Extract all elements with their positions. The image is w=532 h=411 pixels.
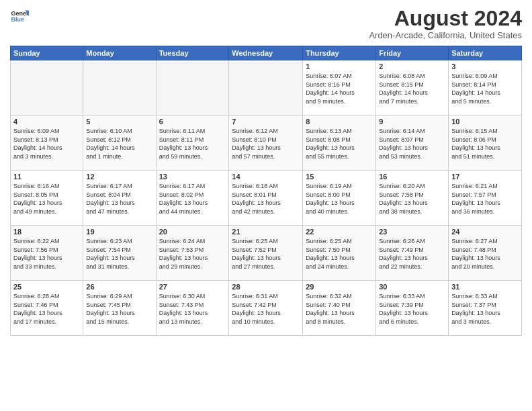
day-number: 11 <box>13 173 80 181</box>
day-cell: 24Sunrise: 6:27 AMSunset: 7:48 PMDayligh… <box>449 226 522 281</box>
header-friday: Friday <box>376 46 449 60</box>
day-info: Sunrise: 6:17 AMSunset: 8:02 PMDaylight:… <box>159 182 226 216</box>
day-number: 26 <box>86 283 152 291</box>
day-number: 23 <box>379 228 445 236</box>
day-info: Sunrise: 6:09 AMSunset: 8:13 PMDaylight:… <box>13 127 80 161</box>
day-info: Sunrise: 6:10 AMSunset: 8:12 PMDaylight:… <box>86 127 152 161</box>
day-cell: 11Sunrise: 6:16 AMSunset: 8:05 PMDayligh… <box>11 171 83 226</box>
day-number: 16 <box>379 173 445 181</box>
week-row-5: 25Sunrise: 6:28 AMSunset: 7:46 PMDayligh… <box>11 281 522 336</box>
day-cell: 14Sunrise: 6:18 AMSunset: 8:01 PMDayligh… <box>229 171 303 226</box>
svg-text:Blue: Blue <box>11 16 24 23</box>
day-info: Sunrise: 6:29 AMSunset: 7:45 PMDaylight:… <box>86 292 152 326</box>
day-number: 2 <box>379 62 445 71</box>
day-cell <box>156 60 229 116</box>
day-number: 15 <box>306 173 373 181</box>
day-cell: 9Sunrise: 6:14 AMSunset: 8:07 PMDaylight… <box>376 116 449 171</box>
day-cell: 30Sunrise: 6:33 AMSunset: 7:39 PMDayligh… <box>376 281 449 336</box>
day-info: Sunrise: 6:32 AMSunset: 7:40 PMDaylight:… <box>306 292 373 326</box>
day-cell: 1Sunrise: 6:07 AMSunset: 8:16 PMDaylight… <box>303 60 376 116</box>
day-number: 13 <box>159 173 226 181</box>
title-section: August 2024 Arden-Arcade, California, Un… <box>369 7 522 40</box>
header-sunday: Sunday <box>11 46 83 60</box>
day-cell: 23Sunrise: 6:26 AMSunset: 7:49 PMDayligh… <box>376 226 449 281</box>
day-number: 6 <box>159 118 226 126</box>
day-number: 8 <box>306 118 373 126</box>
day-cell: 20Sunrise: 6:24 AMSunset: 7:53 PMDayligh… <box>156 226 229 281</box>
day-number: 29 <box>306 283 373 291</box>
header-tuesday: Tuesday <box>156 46 229 60</box>
day-info: Sunrise: 6:07 AMSunset: 8:16 PMDaylight:… <box>306 72 373 105</box>
day-info: Sunrise: 6:30 AMSunset: 7:43 PMDaylight:… <box>159 292 226 326</box>
day-number: 30 <box>379 283 445 291</box>
day-info: Sunrise: 6:25 AMSunset: 7:52 PMDaylight:… <box>232 237 300 271</box>
day-number: 27 <box>159 283 226 291</box>
calendar: Sunday Monday Tuesday Wednesday Thursday… <box>10 46 522 336</box>
day-cell: 15Sunrise: 6:19 AMSunset: 8:00 PMDayligh… <box>303 171 376 226</box>
day-info: Sunrise: 6:15 AMSunset: 8:06 PMDaylight:… <box>451 127 519 161</box>
location: Arden-Arcade, California, United States <box>369 30 522 40</box>
day-cell: 4Sunrise: 6:09 AMSunset: 8:13 PMDaylight… <box>11 116 83 171</box>
header-wednesday: Wednesday <box>229 46 303 60</box>
week-row-2: 4Sunrise: 6:09 AMSunset: 8:13 PMDaylight… <box>11 116 522 171</box>
day-cell: 29Sunrise: 6:32 AMSunset: 7:40 PMDayligh… <box>303 281 376 336</box>
day-cell: 27Sunrise: 6:30 AMSunset: 7:43 PMDayligh… <box>156 281 229 336</box>
day-number: 25 <box>13 283 80 291</box>
day-cell: 18Sunrise: 6:22 AMSunset: 7:56 PMDayligh… <box>11 226 83 281</box>
day-cell <box>83 60 156 116</box>
day-number: 3 <box>451 62 519 71</box>
day-info: Sunrise: 6:14 AMSunset: 8:07 PMDaylight:… <box>379 127 445 161</box>
week-row-4: 18Sunrise: 6:22 AMSunset: 7:56 PMDayligh… <box>11 226 522 281</box>
day-info: Sunrise: 6:28 AMSunset: 7:46 PMDaylight:… <box>13 292 80 326</box>
day-cell: 25Sunrise: 6:28 AMSunset: 7:46 PMDayligh… <box>11 281 83 336</box>
logo-icon: General Blue <box>10 7 29 26</box>
day-cell: 12Sunrise: 6:17 AMSunset: 8:04 PMDayligh… <box>83 171 156 226</box>
week-row-1: 1Sunrise: 6:07 AMSunset: 8:16 PMDaylight… <box>11 60 522 116</box>
day-cell: 8Sunrise: 6:13 AMSunset: 8:08 PMDaylight… <box>303 116 376 171</box>
header-monday: Monday <box>83 46 156 60</box>
day-cell: 7Sunrise: 6:12 AMSunset: 8:10 PMDaylight… <box>229 116 303 171</box>
day-info: Sunrise: 6:24 AMSunset: 7:53 PMDaylight:… <box>159 237 226 271</box>
day-info: Sunrise: 6:22 AMSunset: 7:56 PMDaylight:… <box>13 237 80 271</box>
day-number: 5 <box>86 118 152 126</box>
page: General Blue August 2024 Arden-Arcade, C… <box>0 0 532 411</box>
header-saturday: Saturday <box>449 46 522 60</box>
day-cell <box>229 60 303 116</box>
day-cell: 19Sunrise: 6:23 AMSunset: 7:54 PMDayligh… <box>83 226 156 281</box>
day-number: 7 <box>232 118 300 126</box>
day-cell: 3Sunrise: 6:09 AMSunset: 8:14 PMDaylight… <box>449 60 522 116</box>
day-info: Sunrise: 6:12 AMSunset: 8:10 PMDaylight:… <box>232 127 300 161</box>
day-info: Sunrise: 6:11 AMSunset: 8:11 PMDaylight:… <box>159 127 226 161</box>
day-cell <box>11 60 83 116</box>
header-thursday: Thursday <box>303 46 376 60</box>
header: General Blue August 2024 Arden-Arcade, C… <box>10 7 522 40</box>
day-info: Sunrise: 6:17 AMSunset: 8:04 PMDaylight:… <box>86 182 152 216</box>
day-info: Sunrise: 6:13 AMSunset: 8:08 PMDaylight:… <box>306 127 373 161</box>
day-number: 4 <box>13 118 80 126</box>
day-number: 18 <box>13 228 80 236</box>
day-number: 17 <box>451 173 519 181</box>
day-number: 24 <box>451 228 519 236</box>
day-number: 9 <box>379 118 445 126</box>
day-info: Sunrise: 6:23 AMSunset: 7:54 PMDaylight:… <box>86 237 152 271</box>
day-cell: 17Sunrise: 6:21 AMSunset: 7:57 PMDayligh… <box>449 171 522 226</box>
day-cell: 21Sunrise: 6:25 AMSunset: 7:52 PMDayligh… <box>229 226 303 281</box>
day-cell: 5Sunrise: 6:10 AMSunset: 8:12 PMDaylight… <box>83 116 156 171</box>
day-cell: 26Sunrise: 6:29 AMSunset: 7:45 PMDayligh… <box>83 281 156 336</box>
week-row-3: 11Sunrise: 6:16 AMSunset: 8:05 PMDayligh… <box>11 171 522 226</box>
day-cell: 13Sunrise: 6:17 AMSunset: 8:02 PMDayligh… <box>156 171 229 226</box>
day-header-row: Sunday Monday Tuesday Wednesday Thursday… <box>11 46 522 60</box>
day-number: 14 <box>232 173 300 181</box>
day-number: 31 <box>451 283 519 291</box>
day-cell: 22Sunrise: 6:25 AMSunset: 7:50 PMDayligh… <box>303 226 376 281</box>
day-info: Sunrise: 6:19 AMSunset: 8:00 PMDaylight:… <box>306 182 373 216</box>
day-info: Sunrise: 6:27 AMSunset: 7:48 PMDaylight:… <box>451 237 519 271</box>
day-number: 10 <box>451 118 519 126</box>
day-info: Sunrise: 6:31 AMSunset: 7:42 PMDaylight:… <box>232 292 300 326</box>
day-number: 22 <box>306 228 373 236</box>
day-info: Sunrise: 6:33 AMSunset: 7:39 PMDaylight:… <box>379 292 445 326</box>
day-number: 28 <box>232 283 300 291</box>
day-number: 12 <box>86 173 152 181</box>
month-year: August 2024 <box>369 7 522 30</box>
day-cell: 28Sunrise: 6:31 AMSunset: 7:42 PMDayligh… <box>229 281 303 336</box>
